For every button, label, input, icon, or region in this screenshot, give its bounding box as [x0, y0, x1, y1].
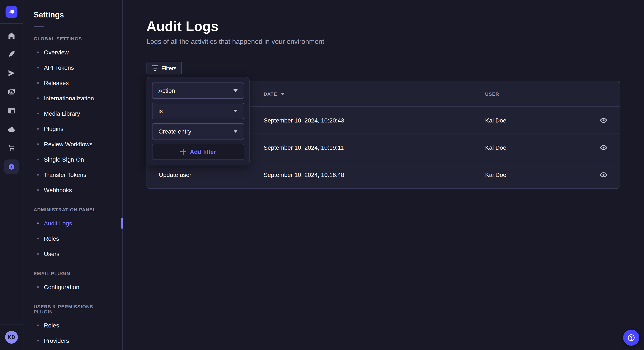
sidebar-item-single-sign-on[interactable]: Single Sign-On — [24, 152, 122, 167]
add-filter-button[interactable]: Add filter — [152, 144, 244, 160]
cell-date: September 10, 2024, 10:19:11 — [252, 144, 473, 151]
filter-operator-select[interactable]: is — [152, 103, 244, 119]
view-log-button[interactable] — [598, 169, 610, 181]
sidebar-item-review-workflows[interactable]: Review Workflows — [24, 137, 122, 152]
column-header-date[interactable]: DATE — [252, 91, 473, 96]
cell-user: Kai Doe — [473, 144, 580, 151]
cloud-icon[interactable] — [4, 122, 19, 137]
chevron-down-icon — [234, 89, 238, 92]
sidebar-item-transfer-tokens[interactable]: Transfer Tokens — [24, 167, 122, 182]
bullet-dot — [37, 238, 39, 239]
bullet-dot — [37, 253, 39, 255]
bullet-dot — [37, 159, 39, 160]
sidebar-item-media-library[interactable]: Media Library — [24, 106, 122, 121]
sidebar-item-api-tokens[interactable]: API Tokens — [24, 60, 122, 75]
rail-profile-section: KD — [0, 324, 23, 350]
chevron-down-icon — [234, 110, 238, 112]
bullet-dot — [37, 286, 39, 288]
filter-field-value: Action — [158, 87, 175, 94]
bullet-dot — [37, 128, 39, 130]
cell-date: September 10, 2024, 10:20:43 — [252, 117, 473, 124]
pictures-icon[interactable] — [4, 85, 19, 99]
bullet-dot — [37, 325, 39, 326]
section-heading-global-settings: GLOBAL SETTINGS — [24, 36, 122, 41]
sidebar-item-roles-up[interactable]: Roles — [24, 318, 122, 333]
section-heading-users-permissions-plugin: USERS & PERMISSIONS PLUGIN — [24, 304, 122, 314]
cell-date: September 10, 2024, 10:16:48 — [252, 172, 473, 178]
view-log-button[interactable] — [598, 114, 610, 126]
layout-icon[interactable] — [4, 103, 19, 118]
eye-icon — [600, 171, 607, 178]
avatar[interactable]: KD — [5, 331, 18, 344]
sidebar-item-configuration[interactable]: Configuration — [24, 279, 122, 295]
filter-icon — [152, 65, 158, 71]
cell-user: Kai Doe — [473, 117, 580, 124]
sidebar-item-overview[interactable]: Overview — [24, 45, 122, 60]
rail-logo-section — [0, 0, 23, 24]
cell-user: Kai Doe — [473, 172, 580, 178]
page-subtitle: Logs of all the activities that happened… — [146, 38, 620, 45]
filter-value-select[interactable]: Create entry — [152, 123, 244, 140]
sort-desc-icon[interactable] — [280, 93, 285, 95]
bullet-dot — [37, 82, 39, 84]
sidebar-title-divider — [34, 26, 44, 27]
icon-rail: KD — [0, 0, 24, 350]
filter-popover: Action is Create entry Add filter — [146, 77, 250, 166]
home-icon[interactable] — [4, 28, 19, 43]
bullet-dot — [37, 340, 39, 342]
rail-nav — [0, 24, 23, 324]
add-filter-label: Add filter — [190, 149, 216, 155]
bullet-dot — [37, 67, 39, 68]
filter-field-select[interactable]: Action — [152, 82, 244, 99]
page-title: Audit Logs — [146, 19, 620, 34]
settings-sidebar: Settings GLOBAL SETTINGS Overview API To… — [24, 0, 123, 350]
bullet-dot — [37, 143, 39, 145]
page-header: Audit Logs Logs of all the activities th… — [123, 0, 644, 45]
sidebar-item-releases[interactable]: Releases — [24, 75, 122, 91]
plus-icon — [180, 149, 186, 155]
cart-icon[interactable] — [4, 141, 19, 155]
sidebar-item-providers[interactable]: Providers — [24, 333, 122, 348]
bullet-dot — [37, 189, 39, 191]
settings-sidebar-header: Settings — [24, 0, 122, 27]
cell-action: Update user — [147, 172, 252, 178]
filters-button[interactable]: Filters — [146, 62, 182, 74]
bullet-dot — [37, 113, 39, 114]
main-content: Audit Logs Logs of all the activities th… — [123, 0, 644, 350]
chevron-down-icon — [234, 130, 238, 133]
bullet-dot — [37, 97, 39, 99]
sidebar-item-webhooks[interactable]: Webhooks — [24, 182, 122, 198]
column-header-date-label: DATE — [264, 91, 277, 96]
eye-icon — [600, 116, 607, 124]
feather-icon[interactable] — [4, 47, 19, 62]
bullet-dot — [37, 174, 39, 176]
strapi-admin-app: KD Settings GLOBAL SETTINGS Overview API… — [0, 0, 644, 350]
filters-button-label: Filters — [162, 65, 176, 71]
column-header-user: USER — [473, 91, 580, 96]
filter-operator-value: is — [158, 108, 163, 114]
section-heading-email-plugin: EMAIL PLUGIN — [24, 271, 122, 276]
strapi-logo-icon — [8, 8, 15, 15]
gear-icon[interactable] — [4, 160, 19, 174]
sidebar-item-roles-admin[interactable]: Roles — [24, 231, 122, 246]
viewport: KD Settings GLOBAL SETTINGS Overview API… — [0, 0, 644, 350]
sidebar-title: Settings — [34, 11, 112, 19]
strapi-logo[interactable] — [6, 6, 18, 18]
bullet-dot — [37, 222, 39, 224]
question-mark-icon — [627, 334, 636, 342]
sidebar-item-plugins[interactable]: Plugins — [24, 121, 122, 137]
sidebar-item-internationalization[interactable]: Internationalization — [24, 91, 122, 106]
paper-plane-icon[interactable] — [4, 66, 19, 80]
help-button[interactable] — [623, 330, 639, 346]
view-log-button[interactable] — [598, 141, 610, 153]
filter-value: Create entry — [158, 128, 191, 135]
section-heading-administration-panel: ADMINISTRATION PANEL — [24, 207, 122, 212]
eye-icon — [600, 144, 607, 151]
bullet-dot — [37, 51, 39, 53]
sidebar-item-audit-logs[interactable]: Audit Logs — [24, 216, 122, 231]
sidebar-item-users[interactable]: Users — [24, 246, 122, 262]
